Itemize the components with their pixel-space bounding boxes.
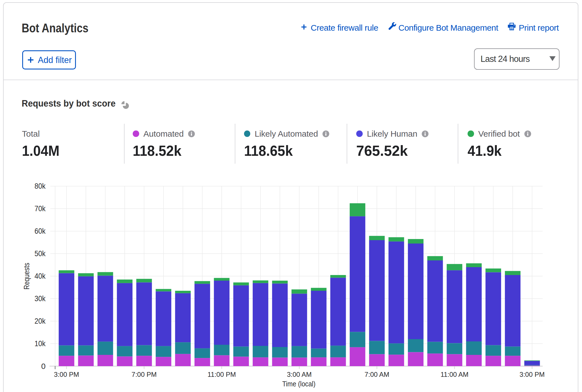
- svg-text:60k: 60k: [35, 227, 46, 235]
- svg-text:Requests: Requests: [22, 263, 31, 290]
- svg-text:0: 0: [41, 362, 46, 371]
- svg-text:10k: 10k: [35, 339, 46, 348]
- svg-text:3:00 PM: 3:00 PM: [520, 371, 545, 378]
- svg-text:11:00 PM: 11:00 PM: [207, 371, 236, 378]
- svg-text:80k: 80k: [35, 182, 46, 190]
- svg-text:3:00 AM: 3:00 AM: [287, 371, 312, 378]
- svg-text:7:00 AM: 7:00 AM: [364, 371, 389, 378]
- svg-text:20k: 20k: [35, 317, 46, 325]
- svg-text:70k: 70k: [35, 204, 46, 213]
- svg-text:Time (local): Time (local): [282, 380, 315, 388]
- svg-text:30k: 30k: [35, 294, 46, 303]
- svg-text:3:00 PM: 3:00 PM: [54, 371, 79, 378]
- svg-text:7:00 PM: 7:00 PM: [132, 371, 157, 378]
- svg-text:40k: 40k: [35, 272, 46, 280]
- svg-text:11:00 AM: 11:00 AM: [441, 371, 469, 378]
- svg-text:50k: 50k: [35, 249, 46, 258]
